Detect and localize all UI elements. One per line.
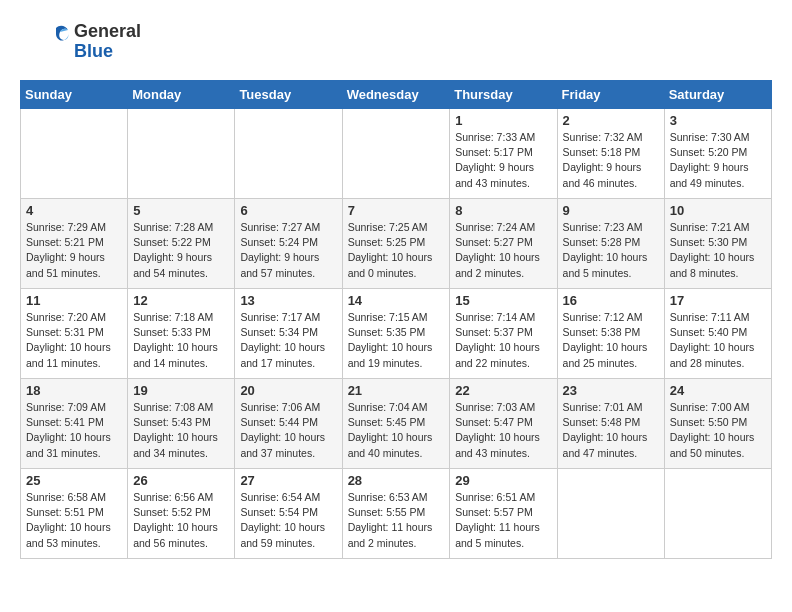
calendar-week-row: 1Sunrise: 7:33 AM Sunset: 5:17 PM Daylig… [21,109,772,199]
calendar-cell: 21Sunrise: 7:04 AM Sunset: 5:45 PM Dayli… [342,379,450,469]
calendar-cell: 15Sunrise: 7:14 AM Sunset: 5:37 PM Dayli… [450,289,557,379]
calendar-cell [664,469,771,559]
day-detail: Sunrise: 7:04 AM Sunset: 5:45 PM Dayligh… [348,400,445,461]
day-number: 19 [133,383,229,398]
calendar-week-row: 18Sunrise: 7:09 AM Sunset: 5:41 PM Dayli… [21,379,772,469]
calendar-cell: 2Sunrise: 7:32 AM Sunset: 5:18 PM Daylig… [557,109,664,199]
day-detail: Sunrise: 6:54 AM Sunset: 5:54 PM Dayligh… [240,490,336,551]
calendar-week-row: 11Sunrise: 7:20 AM Sunset: 5:31 PM Dayli… [21,289,772,379]
day-number: 9 [563,203,659,218]
day-number: 6 [240,203,336,218]
day-number: 7 [348,203,445,218]
day-detail: Sunrise: 7:18 AM Sunset: 5:33 PM Dayligh… [133,310,229,371]
calendar-cell: 12Sunrise: 7:18 AM Sunset: 5:33 PM Dayli… [128,289,235,379]
calendar-cell: 16Sunrise: 7:12 AM Sunset: 5:38 PM Dayli… [557,289,664,379]
day-number: 23 [563,383,659,398]
day-number: 16 [563,293,659,308]
calendar-cell [128,109,235,199]
calendar-cell: 10Sunrise: 7:21 AM Sunset: 5:30 PM Dayli… [664,199,771,289]
calendar-cell: 27Sunrise: 6:54 AM Sunset: 5:54 PM Dayli… [235,469,342,559]
day-number: 29 [455,473,551,488]
calendar-cell [21,109,128,199]
calendar-cell: 19Sunrise: 7:08 AM Sunset: 5:43 PM Dayli… [128,379,235,469]
calendar-cell: 20Sunrise: 7:06 AM Sunset: 5:44 PM Dayli… [235,379,342,469]
day-number: 24 [670,383,766,398]
day-detail: Sunrise: 7:21 AM Sunset: 5:30 PM Dayligh… [670,220,766,281]
day-detail: Sunrise: 7:06 AM Sunset: 5:44 PM Dayligh… [240,400,336,461]
page-header: GeneralBlue [20,20,772,64]
day-number: 12 [133,293,229,308]
calendar-cell: 6Sunrise: 7:27 AM Sunset: 5:24 PM Daylig… [235,199,342,289]
day-number: 21 [348,383,445,398]
calendar-cell: 7Sunrise: 7:25 AM Sunset: 5:25 PM Daylig… [342,199,450,289]
day-detail: Sunrise: 7:08 AM Sunset: 5:43 PM Dayligh… [133,400,229,461]
day-detail: Sunrise: 7:03 AM Sunset: 5:47 PM Dayligh… [455,400,551,461]
weekday-header: Thursday [450,81,557,109]
day-number: 18 [26,383,122,398]
day-number: 25 [26,473,122,488]
weekday-header: Tuesday [235,81,342,109]
day-number: 14 [348,293,445,308]
weekday-header: Saturday [664,81,771,109]
day-number: 10 [670,203,766,218]
calendar-cell: 17Sunrise: 7:11 AM Sunset: 5:40 PM Dayli… [664,289,771,379]
day-number: 13 [240,293,336,308]
day-number: 4 [26,203,122,218]
day-detail: Sunrise: 7:11 AM Sunset: 5:40 PM Dayligh… [670,310,766,371]
day-number: 2 [563,113,659,128]
calendar-cell: 9Sunrise: 7:23 AM Sunset: 5:28 PM Daylig… [557,199,664,289]
day-detail: Sunrise: 7:14 AM Sunset: 5:37 PM Dayligh… [455,310,551,371]
day-number: 5 [133,203,229,218]
day-detail: Sunrise: 7:09 AM Sunset: 5:41 PM Dayligh… [26,400,122,461]
day-number: 11 [26,293,122,308]
day-detail: Sunrise: 6:58 AM Sunset: 5:51 PM Dayligh… [26,490,122,551]
calendar-header-row: SundayMondayTuesdayWednesdayThursdayFrid… [21,81,772,109]
day-detail: Sunrise: 7:00 AM Sunset: 5:50 PM Dayligh… [670,400,766,461]
day-number: 3 [670,113,766,128]
day-detail: Sunrise: 7:33 AM Sunset: 5:17 PM Dayligh… [455,130,551,191]
day-detail: Sunrise: 7:29 AM Sunset: 5:21 PM Dayligh… [26,220,122,281]
day-number: 17 [670,293,766,308]
day-number: 28 [348,473,445,488]
calendar-cell: 5Sunrise: 7:28 AM Sunset: 5:22 PM Daylig… [128,199,235,289]
calendar-table: SundayMondayTuesdayWednesdayThursdayFrid… [20,80,772,559]
logo-icon [20,20,70,64]
calendar-week-row: 25Sunrise: 6:58 AM Sunset: 5:51 PM Dayli… [21,469,772,559]
day-number: 8 [455,203,551,218]
calendar-week-row: 4Sunrise: 7:29 AM Sunset: 5:21 PM Daylig… [21,199,772,289]
day-detail: Sunrise: 7:23 AM Sunset: 5:28 PM Dayligh… [563,220,659,281]
day-detail: Sunrise: 6:53 AM Sunset: 5:55 PM Dayligh… [348,490,445,551]
calendar-cell: 18Sunrise: 7:09 AM Sunset: 5:41 PM Dayli… [21,379,128,469]
day-detail: Sunrise: 6:56 AM Sunset: 5:52 PM Dayligh… [133,490,229,551]
calendar-cell: 11Sunrise: 7:20 AM Sunset: 5:31 PM Dayli… [21,289,128,379]
calendar-cell [342,109,450,199]
day-detail: Sunrise: 6:51 AM Sunset: 5:57 PM Dayligh… [455,490,551,551]
calendar-cell: 28Sunrise: 6:53 AM Sunset: 5:55 PM Dayli… [342,469,450,559]
calendar-cell [235,109,342,199]
weekday-header: Sunday [21,81,128,109]
calendar-cell: 4Sunrise: 7:29 AM Sunset: 5:21 PM Daylig… [21,199,128,289]
day-detail: Sunrise: 7:30 AM Sunset: 5:20 PM Dayligh… [670,130,766,191]
calendar-cell: 1Sunrise: 7:33 AM Sunset: 5:17 PM Daylig… [450,109,557,199]
day-detail: Sunrise: 7:15 AM Sunset: 5:35 PM Dayligh… [348,310,445,371]
day-detail: Sunrise: 7:20 AM Sunset: 5:31 PM Dayligh… [26,310,122,371]
weekday-header: Wednesday [342,81,450,109]
calendar-cell: 8Sunrise: 7:24 AM Sunset: 5:27 PM Daylig… [450,199,557,289]
calendar-cell [557,469,664,559]
calendar-cell: 24Sunrise: 7:00 AM Sunset: 5:50 PM Dayli… [664,379,771,469]
calendar-cell: 14Sunrise: 7:15 AM Sunset: 5:35 PM Dayli… [342,289,450,379]
day-number: 22 [455,383,551,398]
day-number: 20 [240,383,336,398]
calendar-cell: 13Sunrise: 7:17 AM Sunset: 5:34 PM Dayli… [235,289,342,379]
day-detail: Sunrise: 7:27 AM Sunset: 5:24 PM Dayligh… [240,220,336,281]
day-number: 26 [133,473,229,488]
logo: GeneralBlue [20,20,141,64]
day-number: 1 [455,113,551,128]
calendar-cell: 29Sunrise: 6:51 AM Sunset: 5:57 PM Dayli… [450,469,557,559]
calendar-cell: 26Sunrise: 6:56 AM Sunset: 5:52 PM Dayli… [128,469,235,559]
calendar-cell: 25Sunrise: 6:58 AM Sunset: 5:51 PM Dayli… [21,469,128,559]
day-detail: Sunrise: 7:17 AM Sunset: 5:34 PM Dayligh… [240,310,336,371]
day-number: 15 [455,293,551,308]
day-detail: Sunrise: 7:32 AM Sunset: 5:18 PM Dayligh… [563,130,659,191]
day-number: 27 [240,473,336,488]
